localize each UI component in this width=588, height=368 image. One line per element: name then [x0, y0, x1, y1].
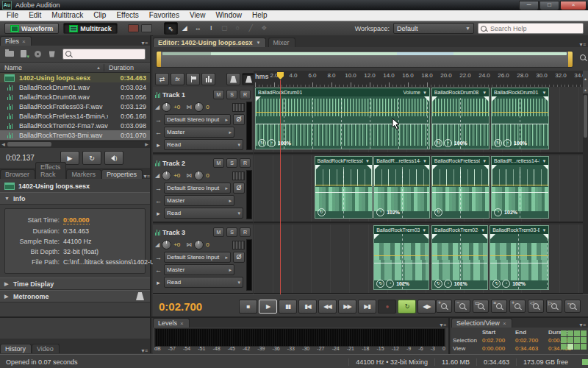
time-value[interactable]: 0:02.700	[482, 337, 515, 344]
navigator-right-handle[interactable]	[568, 52, 573, 67]
pan-envelope-line[interactable]	[374, 192, 429, 193]
time-value[interactable]: 0:34.463	[515, 345, 548, 352]
zoom-navigator[interactable]	[153, 47, 588, 71]
chevron-down-icon[interactable]: ▼	[257, 40, 261, 45]
automation-dropdown[interactable]: Read▾	[164, 208, 243, 219]
razor-tool[interactable]: ◢	[179, 22, 191, 33]
crossfade-icon[interactable]: ⇄	[155, 73, 169, 85]
time-value[interactable]: 0:00.000	[482, 345, 515, 352]
menu-view[interactable]: View	[184, 10, 211, 21]
volume-envelope-line[interactable]	[490, 255, 548, 256]
mixer-bars-icon[interactable]	[201, 73, 215, 85]
multitrack-view-button[interactable]: Multitrack	[63, 23, 118, 34]
playhead-line[interactable]	[280, 80, 281, 294]
file-row[interactable]: BalladRockFretless03-F.wav0:03.129	[0, 102, 150, 111]
volume-envelope-line[interactable]	[432, 185, 489, 185]
file-row[interactable]: 1402-Using loops.sesx0:34.463	[0, 73, 150, 82]
pan-value[interactable]: 0	[206, 241, 216, 248]
metronome-icon[interactable]	[136, 292, 144, 300]
trash-icon[interactable]	[47, 49, 57, 59]
audio-clip[interactable]: BalladRockFretless03-F▼↻	[315, 156, 373, 219]
pause-button[interactable]: ▮▮	[279, 300, 297, 314]
close-tab-icon[interactable]: ×	[22, 38, 26, 45]
zoom-out-button[interactable]: −	[454, 300, 470, 313]
spectral-frequency-icon[interactable]	[128, 24, 139, 32]
help-search-box[interactable]	[478, 23, 584, 34]
output-dropdown[interactable]: Master▸	[164, 127, 234, 138]
tab-video[interactable]: Video	[32, 344, 60, 353]
column-duration[interactable]: Duration	[104, 64, 150, 71]
panel-menu-icon[interactable]: ▼≡	[140, 348, 150, 353]
expand-icon[interactable]: ▸	[155, 279, 162, 286]
phase-button[interactable]: Ø	[233, 114, 245, 125]
marker-flag-icon[interactable]	[186, 73, 200, 85]
volume-value[interactable]: +0	[173, 172, 184, 179]
file-row[interactable]: BalladRockTrem02-Fma7.wav0:03.098	[0, 121, 150, 130]
phase-button[interactable]: Ø	[233, 252, 245, 263]
scroll-up-icon[interactable]: ▲	[583, 71, 588, 87]
chevron-down-icon[interactable]: ▼	[542, 228, 546, 233]
chevron-down-icon[interactable]: ▼	[422, 228, 426, 233]
volume-envelope-line[interactable]	[374, 185, 429, 185]
navigator-bar[interactable]	[156, 51, 573, 68]
chevron-down-icon[interactable]: ▼	[542, 91, 546, 95]
pan-envelope-line[interactable]	[256, 124, 429, 124]
input-dropdown[interactable]: Default Stereo Input▸	[164, 183, 231, 194]
panel-menu-icon[interactable]: ▼≡	[578, 322, 588, 328]
spectral-pitch-icon[interactable]	[141, 24, 152, 32]
file-row[interactable]: BalladRockDrum08.wav0:03.056	[0, 92, 150, 102]
volume-envelope-line[interactable]	[492, 112, 548, 113]
volume-knob[interactable]	[162, 171, 171, 180]
menu-multitrack[interactable]: Multitrack	[46, 10, 88, 21]
pan-value[interactable]: 0	[206, 104, 216, 110]
tab-editor[interactable]: Editor: 1402-Using loops.sesx▼	[153, 38, 266, 47]
volume-value[interactable]: +0	[173, 104, 184, 110]
pan-envelope-line[interactable]	[315, 192, 372, 193]
panel-menu-icon[interactable]: ▼≡	[439, 322, 448, 328]
skip-selection-button[interactable]: ◀▶	[417, 300, 436, 314]
move-tool[interactable]: ⇖	[164, 22, 178, 35]
audio-clip[interactable]: BalladRockFretless03-F▼↻	[431, 156, 490, 219]
zoom-selection-button[interactable]: ↔	[564, 300, 581, 313]
timeline-ruler[interactable]: hms 2.04.06.08.010.012.014.016.018.020.0…	[254, 71, 583, 88]
record-button[interactable]: ●	[378, 300, 396, 314]
audio-clip[interactable]: BalladR...retless14-BminA▼◔102%	[491, 156, 549, 219]
pan-envelope-line[interactable]	[490, 263, 548, 263]
file-row[interactable]: BalladRockTrem03-Bmi.wav0:01.070	[0, 130, 150, 140]
audio-clip[interactable]: BalladRockTrem03-Bmi ...▼↻◔102%	[490, 225, 549, 290]
tab-markers[interactable]: Markers	[66, 169, 101, 179]
file-row[interactable]: BalladRockFretless14-BminA.wav0:06.168	[0, 111, 150, 121]
pan-envelope-line[interactable]	[432, 263, 487, 263]
files-search-box[interactable]	[62, 49, 146, 60]
arm-record-button[interactable]: R	[240, 90, 251, 99]
loop-preview-button[interactable]: ↻	[82, 151, 101, 165]
info-section-header[interactable]: ▼ Info	[0, 192, 150, 205]
pan-value[interactable]: 0	[206, 172, 216, 179]
automation-dropdown[interactable]: Read▾	[164, 139, 243, 150]
solo-button[interactable]: S	[226, 90, 237, 99]
time-selection-tool[interactable]: I	[205, 22, 218, 33]
volume-envelope-line[interactable]	[374, 255, 429, 256]
zoom-in-point-button[interactable]: +	[509, 300, 526, 313]
go-to-start-button[interactable]: ▮◀	[298, 300, 317, 314]
pan-knob[interactable]	[194, 102, 204, 112]
volume-knob[interactable]	[162, 102, 171, 112]
tab-effects-rack[interactable]: Effects Rack	[35, 162, 66, 179]
pan-envelope-line[interactable]	[492, 124, 548, 124]
pan-envelope-line[interactable]	[492, 192, 548, 193]
menu-file[interactable]: File	[1, 10, 24, 21]
pan-envelope-line[interactable]	[432, 124, 489, 124]
field-value[interactable]: 0:00.000	[63, 216, 90, 224]
tracks-vertical-scrollbar[interactable]: ▲	[583, 87, 588, 294]
import-file-icon[interactable]	[18, 49, 28, 59]
time-display-section-header[interactable]: ▶ Time Display	[0, 277, 150, 290]
volume-envelope-line[interactable]	[256, 112, 429, 113]
slip-tool[interactable]: ↔	[192, 22, 204, 33]
chevron-down-icon[interactable]: ▼	[481, 228, 485, 233]
volume-envelope-line[interactable]	[315, 185, 372, 185]
scrollbar-thumb[interactable]	[584, 95, 587, 138]
go-to-end-button[interactable]: ▶▮	[358, 300, 376, 314]
arm-record-button[interactable]: R	[240, 158, 251, 168]
output-dropdown[interactable]: Master▸	[164, 195, 234, 206]
tab-browser[interactable]: Browser	[0, 169, 35, 179]
